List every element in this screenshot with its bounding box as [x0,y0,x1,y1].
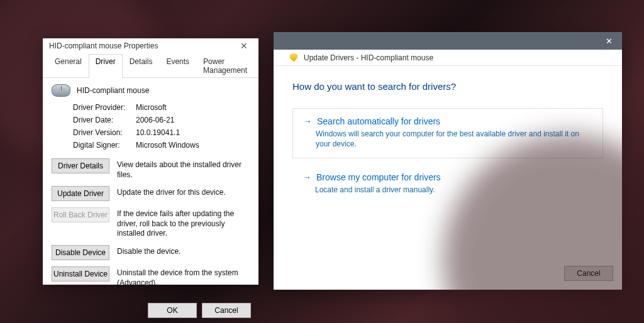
wizard-cancel-button[interactable]: Cancel [564,266,613,281]
update-driver-button[interactable]: Update Driver [52,186,109,201]
wizard-breadcrumb: Update Drivers - HID-compliant mouse [274,50,622,66]
disable-device-button[interactable]: Disable Device [52,245,109,260]
uninstall-device-button[interactable]: Uninstall Device [52,266,109,282]
properties-body: HID-compliant mouse Driver Provider: Mic… [43,78,258,298]
mouse-icon [52,84,70,97]
cancel-button[interactable]: Cancel [202,303,251,318]
signer-label: Digital Signer: [73,141,136,150]
tab-details[interactable]: Details [123,54,160,78]
disable-device-desc: Disable the device. [117,245,250,257]
driver-details-button[interactable]: Driver Details [52,158,109,173]
tab-events[interactable]: Events [159,54,196,78]
wizard-heading: How do you want to search for drivers? [292,81,603,92]
option-search-auto-desc: Windows will search your computer for th… [303,129,592,149]
driver-details-desc: View details about the installed driver … [117,158,250,180]
tab-general[interactable]: General [48,54,89,78]
option-browse[interactable]: → Browse my computer for drivers Locate … [292,172,603,195]
wizard-titlebar: ✕ [274,32,622,50]
tab-power[interactable]: Power Management [196,54,254,78]
properties-titlebar: HID-compliant mouse Properties ✕ [43,38,258,53]
tabs: General Driver Details Events Power Mana… [43,53,258,78]
option-browse-desc: Locate and install a driver manually. [303,185,593,195]
update-driver-desc: Update the driver for this device. [117,186,250,198]
wizard-body: How do you want to search for drivers? →… [274,66,622,260]
tab-driver[interactable]: Driver [89,54,123,78]
close-icon[interactable]: ✕ [596,32,622,50]
provider-label: Driver Provider: [73,103,136,112]
signer-value: Microsoft Windows [136,141,250,150]
update-drivers-window: ✕ Update Drivers - HID-compliant mouse H… [274,32,622,290]
device-header: HID-compliant mouse [52,84,250,97]
option-search-auto-title: Search automatically for drivers [317,116,440,126]
arrow-right-icon: → [303,117,312,126]
wizard-breadcrumb-text: Update Drivers - HID-compliant mouse [304,53,433,62]
wizard-footer: Cancel [274,260,622,290]
rollback-driver-desc: If the device fails after updating the d… [117,207,250,239]
ok-button[interactable]: OK [148,303,197,318]
device-name: HID-compliant mouse [77,86,149,95]
provider-value: Microsoft [136,103,250,112]
option-search-auto[interactable]: → Search automatically for drivers Windo… [292,108,603,158]
uninstall-device-desc: Uninstall the device from the system (Ad… [117,266,250,288]
properties-footer: OK Cancel [43,298,258,323]
version-value: 10.0.19041.1 [136,128,250,137]
close-icon[interactable]: ✕ [235,38,253,53]
shield-icon [290,53,297,62]
properties-window: HID-compliant mouse Properties ✕ General… [43,38,258,285]
option-browse-title: Browse my computer for drivers [316,172,441,182]
driver-info: Driver Provider: Microsoft Driver Date: … [73,103,250,150]
date-value: 2006-06-21 [136,116,250,124]
version-label: Driver Version: [73,128,136,137]
properties-title: HID-compliant mouse Properties [49,41,235,50]
arrow-right-icon: → [303,173,311,182]
rollback-driver-button: Roll Back Driver [52,207,109,222]
date-label: Driver Date: [73,116,136,124]
